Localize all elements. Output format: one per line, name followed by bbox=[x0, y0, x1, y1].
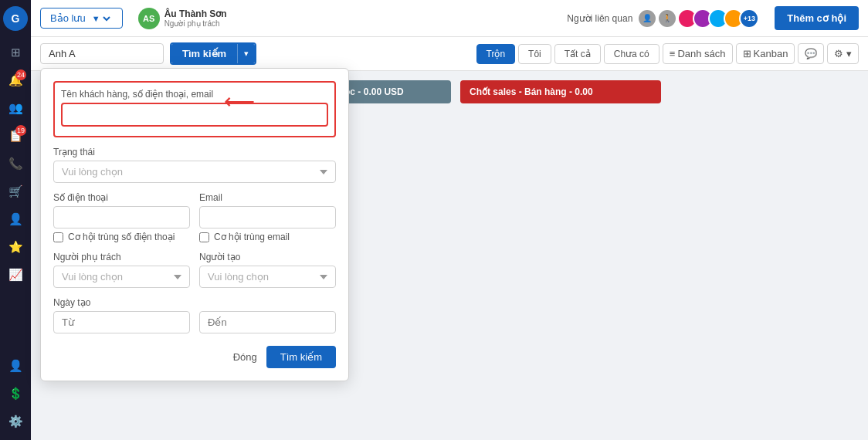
save-dropdown[interactable]: ▼ bbox=[89, 13, 113, 24]
view-toi-button[interactable]: Tôi bbox=[518, 44, 551, 64]
sidebar-item-user-bottom[interactable]: 👤 bbox=[3, 354, 28, 378]
notification-badge: 24 bbox=[15, 69, 26, 80]
topbar-user: AS Âu Thành Sơn Người phụ trách bbox=[138, 8, 227, 29]
ngay-tao-inputs bbox=[53, 311, 336, 333]
sidebar-item-contacts[interactable]: 📋 19 bbox=[3, 124, 28, 148]
search-main-button[interactable]: Tìm kiếm bbox=[171, 44, 237, 63]
user-info: Âu Thành Sơn Người phụ trách bbox=[164, 8, 227, 28]
customer-field-group: Tên khách hàng, số điện thoại, email bbox=[55, 83, 334, 127]
kanban-col-2: Chốt sales - Bán hàng - 0.00 bbox=[460, 80, 661, 431]
sidebar-item-cart[interactable]: 🛒 bbox=[3, 179, 28, 204]
nguoi-tao-group: Người tạo Vui lòng chọn bbox=[199, 252, 336, 288]
sidebar-item-person[interactable]: 👤 bbox=[3, 207, 28, 232]
view-toggle: Trộn Tôi Tất cả Chưa có ≡ Danh sách ⊞ Ka… bbox=[476, 43, 859, 64]
nguoi-phu-trach-select[interactable]: Vui lòng chọn bbox=[53, 266, 190, 288]
chat-button[interactable]: 💬 bbox=[798, 43, 824, 64]
email-label: Email bbox=[199, 192, 336, 203]
email-group: Email Cơ hội trùng email bbox=[199, 192, 336, 242]
ngay-tao-label: Ngày tạo bbox=[53, 297, 336, 308]
nguoi-lien-quan: Người liên quan 👤 🚶 +13 bbox=[567, 8, 759, 29]
nguoi-lien-quan-label: Người liên quan bbox=[567, 13, 632, 24]
checkbox-sdt-label: Cơ hội trùng số điện thoại bbox=[68, 232, 175, 242]
checkbox-sdt-row: Cơ hội trùng số điện thoại bbox=[53, 232, 190, 242]
sidebar-item-dollar[interactable]: 💲 bbox=[3, 381, 28, 406]
search-dropdown: Tên khách hàng, số điện thoại, email Trạ… bbox=[40, 68, 349, 381]
phone-email-group: Số điện thoại Cơ hội trùng số điện thoại… bbox=[53, 192, 336, 252]
search-btn-group: Tìm kiếm ▾ bbox=[170, 42, 256, 65]
filterbar: Tìm kiếm ▾ Trộn Tôi Tất cả Chưa có ≡ Dan… bbox=[31, 37, 868, 71]
checkbox-email-row: Cơ hội trùng email bbox=[199, 232, 336, 242]
avatar-plus: +13 bbox=[739, 8, 759, 29]
sidebar: G ⊞ 🔔 24 👥 📋 19 📞 🛒 👤 ⭐ 📈 👤 💲 ⚙️ bbox=[0, 0, 31, 440]
nguoi-phu-trach-label: Người phụ trách bbox=[53, 252, 190, 262]
sidebar-item-notification[interactable]: 🔔 24 bbox=[3, 68, 28, 93]
sidebar-logo[interactable]: G bbox=[3, 6, 28, 31]
settings-filter-button[interactable]: ⚙ ▾ bbox=[827, 43, 859, 64]
so-dien-thoai-label: Số điện thoại bbox=[53, 192, 190, 203]
dropdown-footer: Đóng Tìm kiếm bbox=[53, 346, 336, 368]
sidebar-item-settings[interactable]: ⚙️ bbox=[3, 409, 28, 434]
danh-sach-button[interactable]: ≡ Danh sách bbox=[663, 43, 733, 64]
avatar: AS bbox=[138, 8, 160, 29]
avatar-placeholder: 👤 bbox=[637, 8, 657, 29]
sidebar-item-chart[interactable]: 📈 bbox=[3, 262, 28, 287]
red-arrow-annotation: ⟵ bbox=[224, 89, 255, 114]
nguoi-tao-label: Người tạo bbox=[199, 252, 336, 262]
customer-search-input[interactable] bbox=[61, 103, 328, 127]
user-name: Âu Thành Sơn bbox=[164, 8, 227, 19]
tu-input[interactable] bbox=[53, 311, 190, 333]
view-tatca-button[interactable]: Tất cả bbox=[554, 44, 601, 64]
nguoi-phu-trach-group: Người phụ trách Vui lòng chọn bbox=[53, 252, 190, 288]
so-dien-thoai-group: Số điện thoại Cơ hội trùng số điện thoại bbox=[53, 192, 190, 242]
topbar: Bảo lưu ▼ AS Âu Thành Sơn Người phụ trác… bbox=[31, 0, 868, 37]
nguoi-tao-select[interactable]: Vui lòng chọn bbox=[199, 266, 336, 288]
view-tron-button[interactable]: Trộn bbox=[476, 44, 516, 64]
save-button[interactable]: Bảo lưu ▼ bbox=[40, 8, 123, 29]
avatar-group: +13 bbox=[682, 8, 759, 29]
filter-name-input[interactable] bbox=[40, 43, 164, 64]
kanban-button[interactable]: ⊞ Kanban bbox=[736, 43, 795, 64]
contacts-badge: 19 bbox=[15, 125, 26, 136]
tim-kiem-submit-button[interactable]: Tìm kiếm bbox=[266, 346, 336, 368]
dong-button[interactable]: Đóng bbox=[233, 351, 257, 363]
trang-thai-select[interactable]: Vui lòng chọn bbox=[53, 161, 336, 183]
so-dien-thoai-input[interactable] bbox=[53, 206, 190, 228]
email-input[interactable] bbox=[199, 206, 336, 228]
den-input[interactable] bbox=[199, 311, 336, 333]
checkbox-email-label: Cơ hội trùng email bbox=[214, 232, 290, 242]
trang-thai-field-group: Trạng thái Vui lòng chọn bbox=[53, 147, 336, 183]
trang-thai-label: Trạng thái bbox=[53, 147, 336, 157]
sidebar-item-users[interactable]: 👥 bbox=[3, 96, 28, 120]
kanban-col-header-2: Chốt sales - Bán hàng - 0.00 bbox=[460, 80, 661, 103]
checkbox-email[interactable] bbox=[199, 232, 209, 242]
view-chuaco-button[interactable]: Chưa có bbox=[604, 44, 659, 64]
ngay-tao-group: Ngày tạo bbox=[53, 297, 336, 333]
nguoi-group: Người phụ trách Vui lòng chọn Người tạo … bbox=[53, 252, 336, 297]
them-co-hoi-button[interactable]: Thêm cơ hội bbox=[775, 6, 859, 30]
avatar-icon: 🚶 bbox=[657, 8, 677, 29]
search-arrow-button[interactable]: ▾ bbox=[237, 44, 255, 63]
user-role: Người phụ trách bbox=[164, 19, 227, 28]
checkbox-sdt[interactable] bbox=[53, 232, 63, 242]
sidebar-item-star[interactable]: ⭐ bbox=[3, 235, 28, 259]
sidebar-item-phone[interactable]: 📞 bbox=[3, 151, 28, 176]
customer-label: Tên khách hàng, số điện thoại, email bbox=[61, 89, 328, 100]
save-label: Bảo lưu bbox=[50, 12, 86, 24]
sidebar-item-home[interactable]: ⊞ bbox=[3, 40, 28, 65]
